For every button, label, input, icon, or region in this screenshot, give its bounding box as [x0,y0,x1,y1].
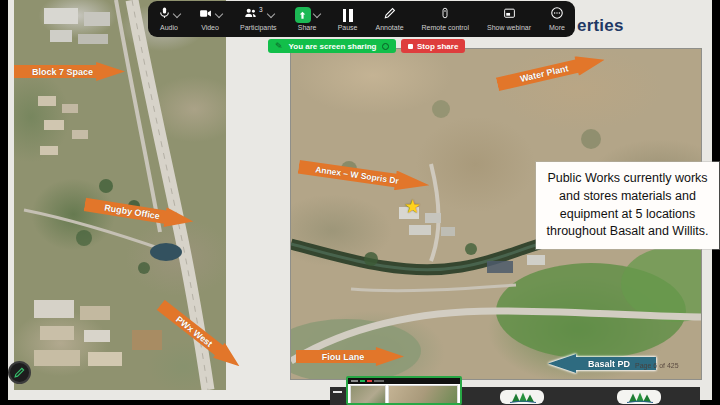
participants-icon [243,6,258,24]
camera-icon [198,6,213,24]
chevron-down-icon[interactable] [266,10,274,18]
participants-label: Participants [240,24,277,31]
audio-label: Audio [160,24,178,31]
slide-title-partial: erties [577,16,624,36]
thumbnail-right-map [388,385,458,405]
video-button[interactable]: Video [198,7,222,31]
participants-button[interactable]: 3 Participants [240,7,277,31]
page-number-footer: Page 6 of 425 [635,362,679,369]
pencil-icon [13,366,26,379]
sharing-status-text: You are screen sharing [289,42,377,51]
label-text: Fiou Lane [322,352,365,362]
label-text: Block 7 Space [32,67,93,77]
evergreen-trees-logo [617,390,661,404]
pause-button[interactable]: Pause [338,7,358,31]
info-text-box: Public Works currently works and stores … [536,162,719,249]
shared-screen-thumbnail[interactable] [346,376,462,405]
stop-share-button[interactable]: Stop share [401,39,465,53]
share-up-arrow-icon [295,7,311,23]
thumbnail-left-map [350,385,386,405]
zoom-toolbar: Audio Video 3 Participants [148,1,575,37]
chevron-down-icon[interactable] [215,10,223,18]
label-text: Basalt PD [588,359,630,369]
pencil-icon [383,6,397,24]
show-webinar-label: Show webinar [487,24,531,31]
share-label: Share [298,24,317,31]
video-label: Video [201,24,219,31]
annotation-tool-button[interactable] [8,361,31,384]
ellipsis-circle-icon [550,6,564,24]
stop-icon [408,44,413,49]
chevron-down-icon[interactable] [312,10,320,18]
pause-label: Pause [338,24,358,31]
remote-control-label: Remote control [422,24,469,31]
remote-control-button[interactable]: Remote control [422,7,469,31]
microphone-icon [158,6,171,24]
minimize-dash-icon[interactable] [333,391,342,393]
more-button[interactable]: More [549,7,565,31]
show-webinar-button[interactable]: Show webinar [487,7,531,31]
screen-sharing-banner: ✎ You are screen sharing [268,39,396,53]
eye-icon[interactable] [382,43,389,50]
remote-control-icon [439,6,451,24]
annotate-label: Annotate [376,24,404,31]
screen: Block 7 Space Rugby Office PWx West Wate… [0,0,720,405]
stop-share-label: Stop share [417,42,458,51]
star-marker-icon: ★ [404,195,421,218]
annotate-pencil-icon: ✎ [275,42,283,51]
pause-icon [343,9,353,22]
participants-count-badge: 3 [259,6,263,13]
webinar-window-icon [502,6,517,24]
chevron-down-icon[interactable] [173,10,181,18]
evergreen-trees-logo [500,390,544,404]
share-button[interactable]: Share [295,7,320,31]
audio-button[interactable]: Audio [158,7,180,31]
thumbnail-content [348,384,460,405]
annotate-button[interactable]: Annotate [376,7,404,31]
more-label: More [549,24,565,31]
